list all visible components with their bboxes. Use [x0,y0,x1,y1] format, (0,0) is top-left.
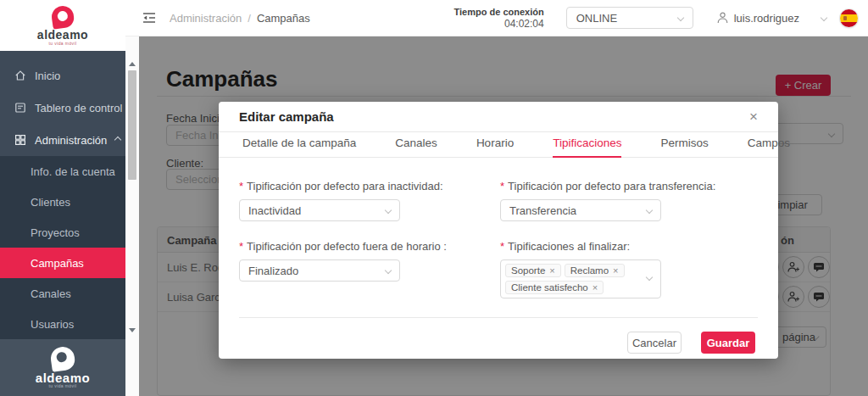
field-label-text: Tipificación por defecto fuera de horari… [247,240,447,253]
connection-label: Tiempo de conexión [454,6,544,18]
spain-flag-icon[interactable] [840,9,858,27]
tab-tipificaciones[interactable]: Tipificaciones [553,137,621,157]
modal-title: Editar campaña [239,109,334,124]
edit-campaign-modal: Editar campaña × Detalle de la campaña C… [219,102,778,359]
transfer-select-value: Transferencia [509,204,576,217]
username: luis.rodriguez [734,12,799,25]
sidebar-item-campanas[interactable]: Campañas [0,248,125,278]
chevron-up-icon [114,137,121,143]
field-label: *Tipificación por defecto fuera de horar… [239,240,500,253]
top-bar: Administración/Campañas Tiempo de conexi… [125,0,868,36]
inactivity-select[interactable]: Inactividad [239,199,400,221]
chevron-down-icon [676,14,683,21]
remove-tag-icon[interactable]: × [549,265,554,276]
tag-label: Reclamo [570,265,609,276]
chevron-down-icon [385,267,392,274]
sidebar-logo-box: aldeamo tu vida móvil [0,0,125,51]
brand-name: aldeamo [37,30,88,41]
sub-item-label: Clientes [31,196,70,209]
chevron-down-icon [385,207,392,214]
required-asterisk: * [239,180,243,192]
transfer-select[interactable]: Transferencia [500,199,661,221]
required-asterisk: * [500,180,504,192]
connection-time: 04:02:04 [454,18,544,30]
brand-logo-footer: aldeamo tu vida móvil [36,347,90,388]
tab-campos[interactable]: Campos [748,137,790,157]
chevron-down-icon [646,207,653,214]
required-asterisk: * [239,240,243,253]
sidebar-item-inicio[interactable]: Inicio [0,59,125,92]
modules-grid-icon [14,134,26,146]
tag-list: Soporte× Reclamo× Cliente satisfecho× [504,262,642,296]
sidebar-item-info-cuenta[interactable]: Info. de la cuenta [0,156,125,187]
home-icon [14,70,26,81]
breadcrumb-current: Campañas [257,12,310,25]
sidebar-item-proyectos[interactable]: Proyectos [0,217,125,248]
scroll-down-icon[interactable] [129,328,136,332]
inactivity-select-value: Inactividad [248,204,301,217]
sidebar-item-administracion[interactable]: Administración [0,124,125,156]
tab-canales[interactable]: Canales [395,137,437,157]
field-inactivity: *Tipificación por defecto para inactivid… [239,180,500,221]
sidebar-submenu: Info. de la cuenta Clientes Proyectos Ca… [0,156,125,339]
brand-name: aldeamo [36,372,90,383]
brand-tagline: tu vida móvil [49,41,77,46]
modal-footer: Cancelar Guardar [219,317,778,359]
field-out-of-hours: *Tipificación por defecto fuera de horar… [239,240,500,298]
tag-soporte: Soporte× [505,264,561,277]
field-label: *Tipificación por defecto para inactivid… [239,180,500,192]
remove-tag-icon[interactable]: × [613,265,618,276]
breadcrumb-section[interactable]: Administración [170,12,242,25]
out-of-hours-select[interactable]: Finalizado [239,259,400,282]
sub-item-label: Canales [31,287,71,300]
sidebar-item-label: Administración [35,134,107,147]
menu-fold-icon[interactable] [142,12,156,24]
sidebar-footer: aldeamo tu vida móvil [0,339,125,396]
scrollbar-thumb[interactable] [128,70,136,180]
sidebar-item-clientes[interactable]: Clientes [0,187,125,217]
field-transfer: *Tipificación por defecto para transfere… [500,180,758,221]
sidebar-item-usuarios[interactable]: Usuarios [0,309,125,339]
sidebar-item-tablero[interactable]: Tablero de control [0,92,125,124]
topbar-right: Tiempo de conexión 04:02:04 ONLINE luis.… [454,6,868,30]
save-button[interactable]: Guardar [701,332,755,354]
close-icon[interactable]: × [749,109,758,124]
brand-logo: aldeamo tu vida móvil [37,6,88,46]
cancel-button[interactable]: Cancelar [627,332,682,354]
sidebar-item-canales[interactable]: Canales [0,278,125,309]
field-label-text: Tipificación por defecto para transferen… [508,180,715,192]
sidebar-item-label: Tablero de control [35,102,122,114]
sidebar: aldeamo tu vida móvil Inicio Tablero de … [0,0,125,396]
aldeamo-logo-icon [50,4,75,29]
sub-item-label: Usuarios [31,318,74,331]
scroll-up-icon[interactable] [129,62,136,66]
field-finish-tipifications: *Tipificaciones al finalizar: Soporte× R… [500,240,758,298]
chevron-down-icon [821,14,827,21]
field-label-text: Tipificación por defecto para inactivida… [247,180,442,192]
finish-tipifications-multiselect[interactable]: Soporte× Reclamo× Cliente satisfecho× [500,259,661,298]
breadcrumb: Administración/Campañas [170,12,310,25]
modal-body: *Tipificación por defecto para inactivid… [219,158,778,317]
required-asterisk: * [500,240,504,253]
tag-cliente-satisfecho: Cliente satisfecho× [505,281,604,294]
modal-header: Editar campaña × [219,102,778,132]
tab-horario[interactable]: Horario [476,137,514,157]
chevron-down-icon [646,274,653,281]
brand-tagline: tu vida móvil [48,383,76,388]
sidebar-menu: Inicio Tablero de control Administración [0,51,125,156]
status-select[interactable]: ONLINE [566,7,693,29]
aldeamo-logo-icon [49,345,76,372]
dashboard-icon [14,102,26,114]
tag-label: Soporte [511,265,545,276]
sidebar-scrollbar[interactable] [125,36,139,396]
user-menu[interactable]: luis.rodriguez [717,9,868,27]
tag-label: Cliente satisfecho [511,282,588,293]
sub-item-label: Proyectos [31,226,80,239]
tab-detalle-campana[interactable]: Detalle de la campaña [242,137,356,157]
remove-tag-icon[interactable]: × [593,282,598,293]
app-window: aldeamo tu vida móvil Inicio Tablero de … [0,0,868,396]
sidebar-item-label: Inicio [35,70,60,82]
field-label: *Tipificación por defecto para transfere… [500,180,758,192]
out-of-hours-select-value: Finalizado [248,265,298,277]
tab-permisos[interactable]: Permisos [660,137,708,157]
